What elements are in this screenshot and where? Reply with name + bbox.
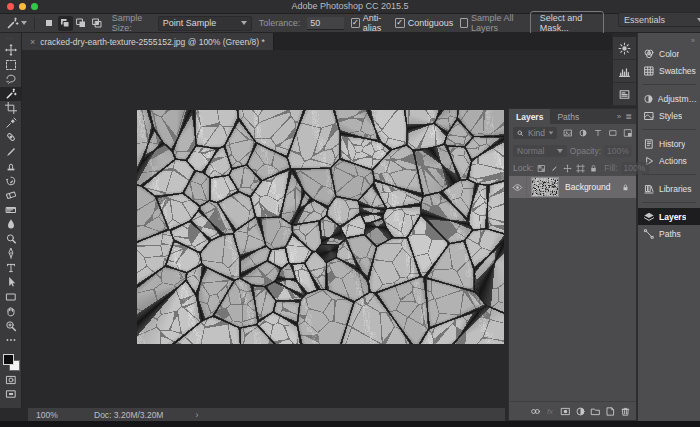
contiguous-checkbox[interactable]: ✓ Contiguous bbox=[395, 18, 454, 28]
new-selection-icon bbox=[43, 17, 55, 29]
lock-position-button[interactable] bbox=[562, 162, 573, 174]
lock-pixels-button[interactable] bbox=[549, 162, 560, 174]
sample-all-layers-checkbox[interactable]: Sample All Layers bbox=[460, 13, 522, 33]
intersect-selection-icon bbox=[91, 17, 103, 29]
visibility-toggle[interactable] bbox=[509, 176, 527, 198]
tool-marquee[interactable] bbox=[0, 58, 22, 73]
tool-path-select[interactable] bbox=[0, 275, 22, 290]
tool-screen-mode[interactable] bbox=[0, 387, 22, 402]
tool-dodge[interactable] bbox=[0, 232, 22, 247]
panel-button-layers[interactable]: Layers bbox=[638, 208, 700, 225]
layer-group-button[interactable] bbox=[589, 405, 601, 417]
toolbar-grip-icon[interactable]: ∙∙∙ bbox=[0, 33, 21, 43]
smart-filter-button[interactable] bbox=[621, 127, 634, 139]
shape-filter-icon bbox=[608, 128, 618, 138]
color-swatches[interactable] bbox=[0, 351, 22, 373]
tool-type[interactable] bbox=[0, 261, 22, 276]
layer-lock-icon bbox=[621, 183, 630, 192]
panel-button-libraries[interactable]: Libraries bbox=[638, 180, 700, 197]
panel-button-color[interactable]: Color bbox=[638, 45, 700, 62]
foreground-color-swatch[interactable] bbox=[3, 354, 14, 365]
tool-preset-picker[interactable] bbox=[6, 17, 27, 30]
layer-effects-button[interactable]: fx bbox=[544, 405, 556, 417]
tool-gradient[interactable] bbox=[0, 203, 22, 218]
filter-kind-dropdown[interactable]: Kind bbox=[513, 127, 557, 139]
tolerance-input[interactable]: 50 bbox=[307, 17, 344, 30]
opacity-field[interactable]: 100% bbox=[604, 145, 632, 157]
clone-stamp-icon bbox=[5, 160, 17, 172]
panel-button-swatches[interactable]: Swatches bbox=[638, 62, 700, 79]
tool-quick-mask[interactable] bbox=[0, 373, 22, 388]
tool-hand[interactable] bbox=[0, 304, 22, 319]
lock-artboard-icon bbox=[576, 164, 585, 173]
smart-filter-icon bbox=[623, 128, 633, 138]
layer-row-background[interactable]: Background bbox=[509, 176, 636, 198]
lock-artboard-button[interactable] bbox=[575, 162, 586, 174]
subtract-selection-mode-button[interactable] bbox=[74, 16, 89, 31]
anti-alias-checkbox[interactable]: ✓ Anti-alias bbox=[351, 13, 388, 33]
tool-lasso[interactable] bbox=[0, 72, 22, 87]
quick-mask-icon bbox=[5, 374, 17, 386]
delete-layer-button[interactable] bbox=[619, 405, 631, 417]
tool-shape[interactable] bbox=[0, 290, 22, 305]
document-image[interactable] bbox=[137, 110, 504, 344]
collapsed-panel-sun[interactable] bbox=[613, 37, 636, 60]
new-layer-button[interactable] bbox=[604, 405, 616, 417]
tool-history-brush[interactable] bbox=[0, 174, 22, 189]
color-wheel-icon bbox=[643, 48, 655, 60]
tool-magic-wand[interactable] bbox=[0, 87, 22, 102]
link-layers-button[interactable] bbox=[529, 405, 541, 417]
type-filter-button[interactable] bbox=[591, 127, 604, 139]
tab-layers[interactable]: Layers bbox=[509, 109, 550, 124]
tool-spot-healing[interactable] bbox=[0, 130, 22, 145]
collapse-panel-icon[interactable]: » bbox=[617, 112, 621, 121]
sample-size-dropdown[interactable]: Point Sample bbox=[158, 16, 252, 31]
tool-brush[interactable] bbox=[0, 145, 22, 160]
blend-mode-dropdown[interactable]: Normal bbox=[513, 145, 567, 157]
intersect-selection-mode-button[interactable] bbox=[90, 16, 105, 31]
document-tab[interactable]: × cracked-dry-earth-texture-2555152.jpg … bbox=[22, 33, 274, 50]
move-icon bbox=[5, 44, 17, 56]
tab-paths[interactable]: Paths bbox=[550, 109, 586, 124]
layer-mask-button[interactable] bbox=[559, 405, 571, 417]
tool-eyedropper[interactable] bbox=[0, 116, 22, 131]
tool-clone-stamp[interactable] bbox=[0, 159, 22, 174]
delete-layer-icon bbox=[620, 406, 631, 417]
filter-kind-value: Kind bbox=[528, 128, 545, 138]
workspace-switcher[interactable]: Essentials bbox=[618, 12, 700, 27]
info-panel-icon bbox=[618, 88, 631, 101]
tool-eraser[interactable] bbox=[0, 188, 22, 203]
select-and-mask-button[interactable]: Select and Mask... bbox=[530, 11, 604, 35]
tool-ellipsis[interactable] bbox=[0, 333, 22, 348]
panel-button-history[interactable]: History bbox=[638, 135, 700, 152]
collapse-dock-icon[interactable]: » bbox=[638, 37, 700, 45]
shape-filter-button[interactable] bbox=[606, 127, 619, 139]
adjustment-layer-button[interactable] bbox=[574, 405, 586, 417]
panel-menu-icon[interactable]: ≣ bbox=[625, 112, 632, 121]
tool-zoom[interactable] bbox=[0, 319, 22, 334]
fill-field[interactable]: 100% bbox=[621, 162, 649, 174]
collapsed-panel-histogram[interactable] bbox=[613, 60, 636, 83]
styles-icon bbox=[643, 110, 655, 122]
tool-move[interactable] bbox=[0, 43, 22, 58]
add-selection-mode-button[interactable] bbox=[58, 16, 73, 31]
adjust-filter-button[interactable] bbox=[576, 127, 589, 139]
close-tab-icon[interactable]: × bbox=[30, 37, 35, 47]
collapsed-panel-info-panel[interactable] bbox=[613, 83, 636, 106]
zoom-level-field[interactable]: 100% bbox=[36, 410, 80, 420]
panel-button-paths[interactable]: Paths bbox=[638, 225, 700, 242]
eraser-icon bbox=[5, 189, 17, 201]
layer-group-icon bbox=[590, 406, 601, 417]
panel-button-styles[interactable]: Styles bbox=[638, 107, 700, 124]
tool-crop[interactable] bbox=[0, 101, 22, 116]
panel-button-adjustments[interactable]: Adjustments bbox=[638, 90, 700, 107]
tool-blur[interactable] bbox=[0, 217, 22, 232]
layer-thumbnail[interactable] bbox=[531, 177, 559, 197]
swatch-grid-icon bbox=[643, 65, 655, 77]
lock-transparent-button[interactable] bbox=[536, 162, 547, 174]
lock-all-button[interactable] bbox=[588, 162, 599, 174]
new-selection-mode-button[interactable] bbox=[42, 16, 57, 31]
status-expander-icon[interactable]: › bbox=[195, 410, 198, 420]
tool-pen[interactable] bbox=[0, 246, 22, 261]
pixel-filter-button[interactable] bbox=[561, 127, 574, 139]
